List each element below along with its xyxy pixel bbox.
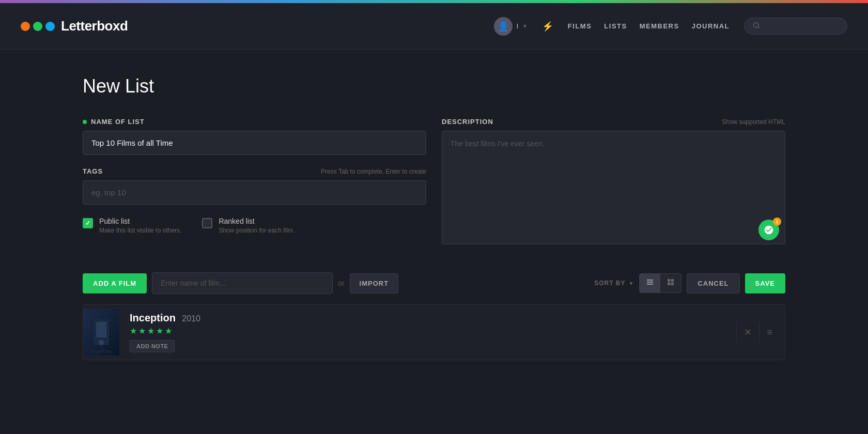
- ranked-list-desc: Show position for each film.: [219, 227, 295, 234]
- sort-by-chevron-icon: ▼: [628, 281, 634, 286]
- public-list-label: Public list: [99, 217, 181, 225]
- main-content: New List Name of list Tags Press Tab to …: [0, 50, 868, 386]
- nav-films[interactable]: FILMS: [568, 22, 592, 30]
- svg-rect-6: [671, 279, 674, 282]
- checkboxes-row: ✓ Public list Make this list visible to …: [83, 217, 426, 234]
- svg-point-13: [99, 340, 104, 345]
- ranked-list-text: Ranked list Show position for each film.: [219, 217, 295, 234]
- svg-rect-7: [668, 283, 670, 285]
- sort-by-label: SORT BY: [594, 280, 625, 287]
- public-list-group: ✓ Public list Make this list visible to …: [83, 217, 181, 234]
- search-icon: [753, 22, 760, 30]
- or-text: or: [338, 279, 344, 287]
- film-rating: ★ ★ ★ ★ ★: [130, 326, 726, 336]
- main-nav: 👤 l ▼ ⚡ FILMS LISTS MEMBERS JOURNAL: [494, 17, 847, 36]
- svg-rect-3: [647, 282, 653, 282]
- name-label-text: Name of list: [91, 118, 145, 126]
- logo-text: Letterboxd: [61, 18, 128, 34]
- film-poster: INCEPTION: [83, 309, 119, 355]
- star-3: ★: [147, 326, 154, 336]
- logo-dots: [21, 22, 55, 31]
- show-html-link[interactable]: Show supported HTML: [722, 118, 785, 126]
- form-layout: Name of list Tags Press Tab to complete,…: [83, 118, 785, 252]
- add-note-button[interactable]: ADD NOTE: [130, 340, 175, 352]
- cancel-button[interactable]: CANCEL: [687, 273, 739, 293]
- reorder-film-button[interactable]: ≡: [760, 322, 780, 343]
- logo-dot-orange: [21, 22, 30, 31]
- svg-point-0: [754, 23, 758, 27]
- controls-right: SORT BY ▼ CANCEL SAVE: [594, 273, 785, 293]
- star-1: ★: [130, 326, 137, 336]
- film-title-row: Inception 2010: [130, 312, 726, 324]
- public-list-desc: Make this list visible to others.: [99, 227, 181, 234]
- add-film-button[interactable]: ADD A FILM: [83, 273, 147, 293]
- ranked-list-group: Ranked list Show position for each film.: [202, 217, 295, 234]
- search-input[interactable]: [764, 22, 839, 30]
- ranked-list-label: Ranked list: [219, 217, 295, 225]
- film-year: 2010: [182, 314, 200, 323]
- public-list-checkbox[interactable]: ✓: [83, 218, 93, 228]
- svg-rect-5: [668, 279, 670, 282]
- nav-lists[interactable]: LISTS: [604, 22, 627, 30]
- tags-hint: Press Tab to complete, Enter to create: [321, 168, 426, 175]
- desc-label: Description: [442, 118, 493, 126]
- description-textarea[interactable]: [442, 131, 785, 244]
- import-button[interactable]: IMPORT: [350, 273, 399, 293]
- remove-film-button[interactable]: ✕: [737, 321, 759, 343]
- nav-journal[interactable]: JOURNAL: [692, 22, 730, 30]
- star-5: ★: [165, 326, 172, 336]
- description-area: Description Show supported HTML 1: [442, 118, 785, 246]
- grid-view-button[interactable]: [660, 274, 681, 292]
- svg-rect-2: [647, 280, 653, 280]
- film-list-item: INCEPTION Inception 2010 ★ ★ ★ ★ ★ ADD N…: [83, 304, 785, 360]
- form-left: Name of list Tags Press Tab to complete,…: [83, 118, 426, 252]
- name-label: Name of list: [83, 118, 426, 126]
- svg-rect-8: [671, 283, 674, 285]
- nav-links: FILMS LISTS MEMBERS JOURNAL: [568, 22, 730, 30]
- film-title: Inception: [130, 312, 176, 323]
- checkmark-icon: ✓: [85, 220, 90, 227]
- film-info: Inception 2010 ★ ★ ★ ★ ★ ADD NOTE: [119, 305, 736, 360]
- page-title: New List: [83, 75, 785, 97]
- search-box[interactable]: [744, 18, 847, 35]
- logo-dot-teal: [45, 22, 55, 31]
- sort-by-button[interactable]: SORT BY ▼: [594, 280, 634, 287]
- film-actions: ✕ ≡: [736, 321, 780, 343]
- public-list-text: Public list Make this list visible to ot…: [99, 217, 181, 234]
- film-poster-image: INCEPTION: [83, 309, 119, 355]
- name-field-group: Name of list: [83, 118, 426, 155]
- ranked-list-checkbox[interactable]: [202, 218, 212, 228]
- list-view-button[interactable]: [640, 274, 660, 292]
- svg-text:INCEPTION: INCEPTION: [91, 350, 111, 353]
- form-right: Description Show supported HTML 1: [442, 118, 785, 252]
- svg-rect-4: [647, 284, 653, 284]
- list-name-input[interactable]: [83, 131, 426, 155]
- tags-input[interactable]: [83, 180, 426, 205]
- site-header: Letterboxd 👤 l ▼ ⚡ FILMS LISTS MEMBERS J…: [0, 3, 868, 50]
- chat-notification-badge: 1: [773, 218, 781, 226]
- lightning-icon[interactable]: ⚡: [542, 21, 553, 32]
- svg-rect-12: [96, 322, 106, 337]
- logo-dot-green: [33, 22, 42, 31]
- user-dropdown-icon: ▼: [522, 23, 528, 29]
- desc-container: 1: [442, 131, 785, 246]
- film-search-input[interactable]: [152, 272, 333, 294]
- avatar: 👤: [494, 17, 513, 36]
- svg-line-1: [758, 27, 760, 28]
- logo-area[interactable]: Letterboxd: [21, 18, 128, 34]
- save-button[interactable]: SAVE: [745, 273, 785, 293]
- username: l: [517, 22, 518, 30]
- label-dot: [83, 120, 87, 124]
- star-4: ★: [156, 326, 163, 336]
- view-toggle: [639, 273, 681, 293]
- tags-field-group: Tags Press Tab to complete, Enter to cre…: [83, 167, 426, 205]
- tags-label: Tags: [83, 167, 103, 175]
- nav-members[interactable]: MEMBERS: [640, 22, 679, 30]
- chat-bubble[interactable]: 1: [758, 220, 779, 240]
- desc-header: Description Show supported HTML: [442, 118, 785, 126]
- film-controls: ADD A FILM or IMPORT SORT BY ▼: [83, 272, 785, 294]
- user-menu[interactable]: 👤 l ▼: [494, 17, 528, 36]
- tags-row: Tags Press Tab to complete, Enter to cre…: [83, 167, 426, 175]
- star-2: ★: [138, 326, 146, 336]
